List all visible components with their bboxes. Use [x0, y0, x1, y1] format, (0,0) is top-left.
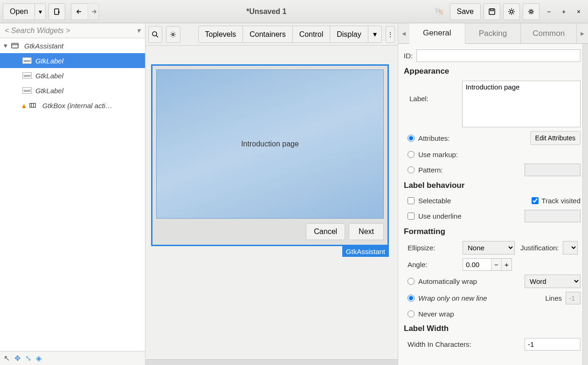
gtkassistant-widget[interactable]: Introduction page Cancel Next GtkAssista…	[151, 64, 389, 246]
label-label: Label:	[404, 81, 458, 103]
attributes-radio[interactable]	[408, 135, 415, 142]
selectable-label: Selectable	[418, 197, 451, 205]
spin-down[interactable]: −	[491, 259, 501, 270]
angle-spin[interactable]: − +	[463, 258, 512, 271]
use-markup-radio[interactable]	[408, 151, 415, 158]
palette-search-button[interactable]	[148, 26, 162, 43]
window-title: *Unsaved 1	[102, 7, 431, 16]
tree-label: GtkLabel	[35, 57, 63, 65]
use-underline-check[interactable]	[408, 213, 415, 220]
close-button[interactable]: ×	[572, 5, 585, 18]
widget-tree-sidebar: < Search Widgets > ▾ ▾ GtkAssistant labe…	[0, 23, 145, 365]
selectable-check[interactable]	[408, 197, 415, 204]
tab-containers[interactable]: Containers	[242, 26, 292, 43]
warning-icon: ▲	[21, 102, 28, 110]
palette-settings-button[interactable]	[166, 26, 180, 43]
label-icon: label	[22, 87, 32, 94]
tree-row-box[interactable]: ▲ GtkBox (internal acti…	[0, 98, 145, 113]
tree-row-assistant[interactable]: ▾ GtkAssistant	[0, 38, 145, 53]
svg-point-4	[530, 10, 533, 13]
auto-wrap-radio[interactable]	[408, 278, 415, 285]
assistant-page-label[interactable]: Introduction page	[156, 69, 384, 219]
margin-icon[interactable]: ◈	[36, 354, 42, 363]
next-button[interactable]: Next	[349, 223, 384, 240]
tree-row-label-2[interactable]: label GtkLabel	[0, 68, 145, 83]
width-chars-field[interactable]	[525, 338, 581, 351]
auto-wrap-label: Automatically wrap	[418, 277, 477, 285]
tab-more-chevron[interactable]: ▾	[368, 26, 382, 43]
tab-control[interactable]: Control	[292, 26, 331, 43]
tree-label: GtkAssistant	[24, 42, 63, 50]
chevron-down-icon: ▾	[137, 26, 140, 35]
design-area: Toplevels Containers Control Display ▾ ⋮…	[145, 23, 398, 365]
move-icon[interactable]: ✥	[14, 354, 21, 363]
palette-overflow-button[interactable]: ⋮	[386, 26, 395, 43]
track-visited-check[interactable]	[532, 197, 539, 204]
tab-display[interactable]: Display	[330, 26, 368, 43]
cancel-button[interactable]: Cancel	[306, 223, 345, 240]
tabs-scroll-right[interactable]: ▸	[577, 23, 588, 43]
tree-row-label-3[interactable]: label GtkLabel	[0, 83, 145, 98]
save-button[interactable]: Save	[450, 3, 481, 20]
tree-expander-icon[interactable]: ▾	[4, 41, 11, 50]
ellipsize-select[interactable]: None	[463, 241, 515, 255]
id-field[interactable]	[416, 49, 581, 62]
gear-small-icon	[169, 31, 177, 38]
label-textarea[interactable]: Introduction page	[462, 81, 581, 127]
wrap-mode-select[interactable]: Word	[525, 275, 581, 288]
maximize-button[interactable]: +	[557, 5, 570, 18]
canvas-hscrollbar[interactable]	[145, 359, 398, 365]
properties-vscrollbar[interactable]	[582, 44, 588, 365]
search-icon	[152, 31, 159, 38]
undo-button[interactable]	[71, 3, 88, 20]
track-visited-label: Track visited	[541, 197, 581, 205]
palette-tabs: Toplevels Containers Control Display ▾	[198, 26, 382, 43]
tab-packing[interactable]: Packing	[465, 23, 521, 43]
new-doc-button[interactable]	[48, 3, 65, 20]
never-wrap-label: Never wrap	[418, 310, 454, 318]
minimize-button[interactable]: −	[542, 5, 555, 18]
search-widgets-combo[interactable]: < Search Widgets > ▾	[0, 23, 145, 38]
tabs-scroll-left[interactable]: ◂	[398, 23, 409, 43]
open-button[interactable]: Open	[3, 3, 35, 20]
open-split-button: Open ▾	[3, 3, 46, 20]
redo-button[interactable]	[88, 3, 99, 20]
svg-point-3	[510, 10, 513, 13]
canvas-scroll[interactable]: Introduction page Cancel Next GtkAssista…	[145, 46, 398, 359]
ellipsize-label: Ellipsize:	[408, 244, 459, 252]
edit-attributes-button[interactable]: Edit Attributes	[530, 131, 581, 145]
lines-label: Lines	[545, 294, 562, 302]
tab-common[interactable]: Common	[521, 23, 577, 43]
tab-toplevels[interactable]: Toplevels	[198, 26, 243, 43]
save-as-icon	[488, 8, 496, 15]
svg-rect-2	[491, 9, 493, 11]
resize-icon[interactable]: ⤡	[25, 354, 31, 363]
pattern-radio[interactable]	[408, 166, 415, 173]
svg-rect-7	[30, 103, 35, 108]
lines-field[interactable]	[566, 292, 581, 304]
search-placeholder: < Search Widgets >	[5, 27, 70, 35]
pattern-label: Pattern:	[418, 166, 443, 174]
open-menu-chevron[interactable]: ▾	[35, 3, 46, 20]
never-wrap-radio[interactable]	[408, 310, 415, 317]
tab-general[interactable]: General	[409, 23, 465, 44]
preferences-button[interactable]	[523, 3, 540, 20]
tree-row-label-1[interactable]: label GtkLabel	[0, 53, 145, 68]
id-label: ID:	[404, 52, 413, 60]
angle-input[interactable]	[463, 259, 491, 270]
widget-tree: ▾ GtkAssistant label GtkLabel label GtkL…	[0, 38, 145, 351]
tree-label: GtkLabel	[35, 72, 63, 80]
justification-select[interactable]: L	[563, 241, 578, 255]
selection-tag: GtkAssistant	[342, 246, 389, 257]
underline-field[interactable]	[525, 210, 581, 222]
save-as-button[interactable]	[484, 3, 500, 20]
spin-up[interactable]: +	[501, 259, 512, 270]
palette-toolbar: Toplevels Containers Control Display ▾ ⋮	[145, 23, 398, 46]
cursor-icon[interactable]: ↖	[4, 354, 10, 363]
wrap-newline-radio[interactable]	[408, 295, 415, 302]
pointer-mode-bar: ↖ ✥ ⤡ ◈	[0, 351, 145, 365]
pattern-field[interactable]	[525, 164, 581, 176]
window-controls: − + ×	[542, 5, 585, 18]
undo-icon	[76, 8, 83, 15]
properties-button[interactable]	[503, 3, 520, 20]
